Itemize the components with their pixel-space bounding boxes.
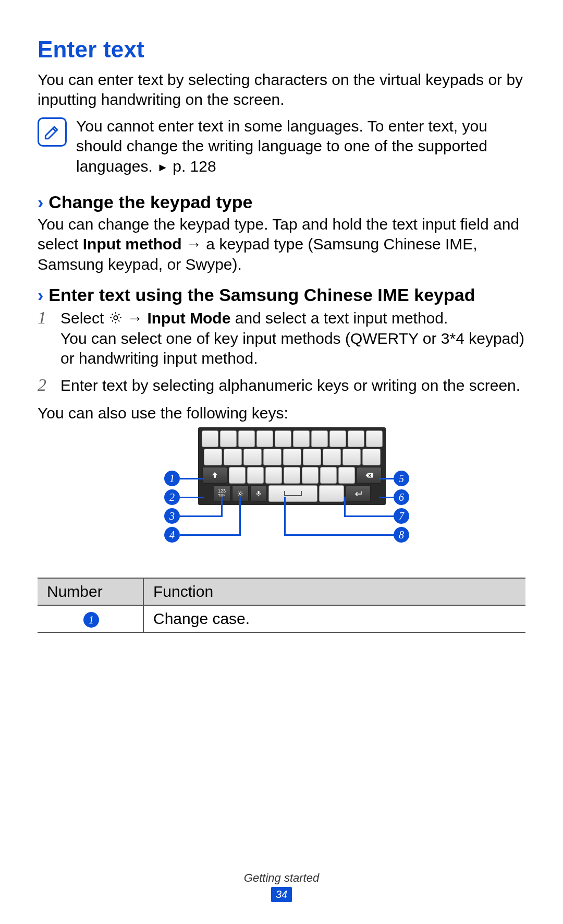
callout-2: 2 bbox=[164, 489, 180, 505]
note-page-ref: p. 128 bbox=[173, 158, 216, 175]
page-number: 34 bbox=[271, 887, 292, 902]
table-row: 1 Change case. bbox=[38, 605, 525, 632]
step-number: 2 bbox=[38, 376, 52, 395]
step-body: Enter text by selecting alphanumeric key… bbox=[60, 376, 520, 395]
callout-4: 4 bbox=[164, 527, 180, 543]
subheading-change-keypad: Change the keypad type bbox=[48, 192, 252, 212]
svg-point-1 bbox=[239, 493, 241, 495]
gear-icon bbox=[108, 310, 123, 325]
row-badge-1: 1 bbox=[83, 612, 99, 628]
following-keys-label: You can also use the following keys: bbox=[38, 403, 525, 423]
onscreen-keypad: 123?#* bbox=[198, 427, 386, 505]
footer-section-label: Getting started bbox=[0, 871, 563, 885]
chevron-icon: › bbox=[38, 285, 43, 305]
change-bold: Input method bbox=[83, 235, 182, 253]
keypad-diagram: 123?#* 1 2 bbox=[38, 427, 525, 568]
step-list: 1 Select → Input Mode and select a text … bbox=[38, 308, 525, 396]
cell-function: Change case. bbox=[143, 605, 525, 632]
svg-point-0 bbox=[114, 316, 117, 319]
manual-page: Enter text You can enter text by selecti… bbox=[0, 0, 563, 924]
chevron-icon: › bbox=[38, 192, 43, 212]
note-block: You cannot enter text in some languages.… bbox=[38, 116, 525, 176]
subheading-row-2: › Enter text using the Samsung Chinese I… bbox=[38, 285, 525, 305]
note-icon bbox=[38, 117, 67, 147]
callout-8: 8 bbox=[394, 527, 409, 543]
step-2: 2 Enter text by selecting alphanumeric k… bbox=[38, 376, 525, 395]
play-icon: ► bbox=[157, 161, 168, 174]
callout-6: 6 bbox=[394, 489, 409, 505]
callout-1: 1 bbox=[164, 471, 180, 486]
svg-rect-2 bbox=[258, 491, 260, 494]
subheading-row-1: › Change the keypad type bbox=[38, 192, 525, 212]
step1-mid: → bbox=[123, 309, 148, 327]
step-1: 1 Select → Input Mode and select a text … bbox=[38, 308, 525, 368]
space-key bbox=[268, 485, 317, 502]
keypad-wrap: 123?#* 1 2 bbox=[136, 427, 427, 568]
note-text-body: You cannot enter text in some languages.… bbox=[76, 117, 487, 175]
cell-number: 1 bbox=[38, 605, 143, 632]
voice-key bbox=[250, 485, 267, 502]
intro-paragraph: You can enter text by selecting characte… bbox=[38, 70, 525, 110]
shift-key bbox=[202, 467, 227, 484]
callout-3: 3 bbox=[164, 508, 180, 524]
change-keypad-paragraph: You can change the keypad type. Tap and … bbox=[38, 214, 525, 274]
subheading-samsung-ime: Enter text using the Samsung Chinese IME… bbox=[48, 285, 475, 305]
step-body: Select → Input Mode and select a text in… bbox=[60, 308, 525, 368]
step1-extra: You can select one of key input methods … bbox=[60, 330, 524, 367]
step1-bold: Input Mode bbox=[147, 309, 230, 327]
step1-pre: Select bbox=[60, 309, 108, 327]
note-text: You cannot enter text in some languages.… bbox=[76, 116, 525, 176]
callout-5: 5 bbox=[394, 471, 409, 486]
step1-post: and select a text input method. bbox=[230, 309, 448, 327]
enter-key bbox=[346, 485, 371, 502]
page-title: Enter text bbox=[38, 37, 525, 63]
callout-7: 7 bbox=[394, 508, 409, 524]
col-function: Function bbox=[143, 578, 525, 605]
col-number: Number bbox=[38, 578, 143, 605]
page-footer: Getting started 34 bbox=[0, 871, 563, 902]
table-header-row: Number Function bbox=[38, 578, 525, 605]
backspace-key bbox=[357, 467, 382, 484]
step-number: 1 bbox=[38, 308, 52, 368]
function-table: Number Function 1 Change case. bbox=[38, 578, 525, 633]
